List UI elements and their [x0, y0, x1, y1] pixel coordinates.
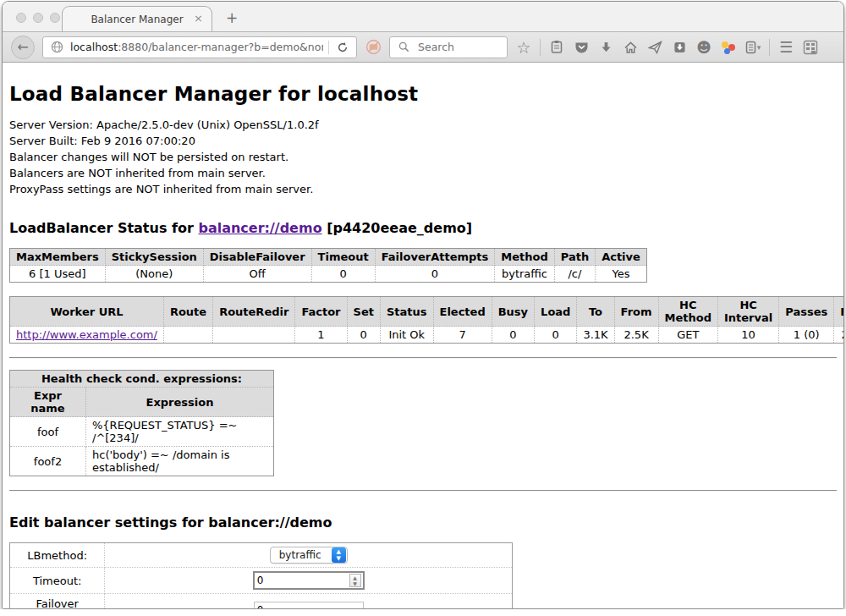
column-header: RouteRedir — [213, 297, 295, 327]
table-title-row: Health check cond. expressions: — [10, 371, 274, 388]
notes-extension-icon[interactable]: ▾ — [744, 38, 761, 57]
failover-attempts-input[interactable] — [254, 602, 364, 609]
column-header: DisableFailover — [203, 249, 311, 266]
tab-strip: Balancer Manager × + — [3, 2, 843, 32]
cell-set: 0 — [347, 327, 380, 344]
cell-passes: 1 (0) — [779, 327, 834, 344]
cell-stickysession: (None) — [105, 266, 203, 283]
form-row-failover-attempts: Failover Attempts: — [10, 594, 513, 610]
column-header: Status — [380, 297, 433, 327]
cell-hc-method: GET — [658, 327, 717, 344]
loadbalancer-status-heading: LoadBalancer Status for balancer://demo … — [9, 220, 837, 236]
search-bar[interactable] — [389, 36, 508, 58]
column-header: From — [614, 297, 658, 327]
column-header: HC Method — [658, 297, 717, 327]
clipboard-icon[interactable] — [548, 38, 565, 57]
bookmark-star-icon[interactable]: ☆ — [515, 38, 532, 57]
cell-route — [163, 327, 212, 344]
toolbar-divider — [540, 39, 541, 56]
url-text[interactable]: localhost:8880/balancer-manager?b=demo&n… — [70, 41, 323, 53]
balancer-settings-form: LBmethod: bytraffic ▲▼ Timeout: ▲▼ — [9, 542, 513, 609]
url-domain: localhost — [70, 41, 118, 53]
column-header: Active — [596, 249, 647, 266]
column-header: Method — [495, 249, 554, 266]
column-header: HC Interval — [717, 297, 778, 327]
page-content: Load Balancer Manager for localhost Serv… — [3, 63, 843, 609]
menu-hamburger-icon[interactable]: ☰ — [777, 38, 794, 57]
lbmethod-field: bytraffic ▲▼ — [105, 543, 513, 568]
worker-url-link[interactable]: http://www.example.com/ — [16, 328, 157, 341]
edit-balancer-heading: Edit balancer settings for balancer://de… — [9, 514, 837, 531]
home-icon[interactable] — [622, 38, 639, 57]
zoom-window-button[interactable] — [50, 13, 60, 23]
column-header: Expression — [86, 388, 274, 417]
table-header-row: Expr name Expression — [10, 388, 274, 417]
column-header: MaxMembers — [10, 249, 106, 266]
column-header: Elected — [433, 297, 492, 327]
close-window-button[interactable] — [16, 13, 26, 23]
feedback-smiley-icon[interactable]: ☻ — [695, 38, 712, 57]
search-input[interactable] — [416, 40, 501, 54]
url-divider — [328, 41, 329, 54]
health-table-title: Health check cond. expressions: — [10, 371, 274, 388]
cell-path: /c/ — [554, 266, 595, 283]
colored-dots-extension-icon[interactable] — [720, 38, 737, 57]
horizontal-rule — [9, 490, 837, 492]
tab-balancer-manager[interactable]: Balancer Manager × — [62, 6, 212, 31]
column-header: StickySession — [105, 249, 203, 266]
cell-timeout: 0 — [311, 266, 375, 283]
cell-hc-interval: 10 — [717, 327, 778, 344]
number-stepper-icon[interactable]: ▲▼ — [349, 574, 361, 587]
send-plane-icon[interactable] — [646, 38, 663, 57]
tile-grid-icon[interactable] — [802, 38, 819, 57]
cell-active: Yes — [596, 266, 647, 283]
tab-close-icon[interactable]: × — [194, 12, 203, 25]
reload-icon[interactable] — [334, 38, 351, 57]
cell-failoverattempts: 0 — [375, 266, 495, 283]
server-version-line: Server Version: Apache/2.5.0-dev (Unix) … — [9, 117, 837, 133]
pocket-icon[interactable] — [573, 38, 590, 57]
status-heading-prefix: LoadBalancer Status for — [9, 220, 198, 236]
lbmethod-selected-value: bytraffic — [279, 549, 332, 561]
url-bar[interactable]: localhost:8880/balancer-manager?b=demo&n… — [42, 36, 357, 58]
url-path: :8880/balancer-manager?b=demo&nonce=decc… — [118, 41, 323, 53]
column-header: Timeout — [311, 249, 375, 266]
timeout-field: ▲▼ — [105, 568, 513, 594]
horizontal-rule — [9, 357, 837, 359]
table-header-row: Worker URL Route RouteRedir Factor Set S… — [10, 297, 844, 327]
health-row: foof2 hc('body') =~ /domain is establish… — [10, 447, 274, 476]
cell-worker-url: http://www.example.com/ — [10, 327, 164, 344]
column-header: Passes — [779, 297, 834, 327]
cell-load: 0 — [535, 327, 577, 344]
column-header: Route — [163, 297, 212, 327]
balancer-demo-link[interactable]: balancer://demo — [198, 220, 321, 236]
cell-expression: %{REQUEST_STATUS} =~ /^[234]/ — [86, 417, 274, 447]
status-heading-suffix: [p4420eeae_demo] — [322, 220, 473, 236]
navigation-toolbar: ← localhost:8880/balancer-manager?b=demo… — [3, 32, 843, 63]
timeout-input-wrap: ▲▼ — [253, 571, 365, 590]
table-header-row: MaxMembers StickySession DisableFailover… — [10, 249, 647, 266]
cell-to: 3.1K — [577, 327, 614, 344]
lbmethod-select[interactable]: bytraffic ▲▼ — [270, 547, 348, 564]
block-icon[interactable] — [365, 38, 382, 57]
download-icon[interactable] — [597, 38, 614, 57]
worker-row: http://www.example.com/ 1 0 Init Ok 7 0 … — [10, 327, 844, 344]
back-button[interactable]: ← — [11, 36, 35, 59]
timeout-input[interactable] — [255, 575, 349, 586]
cell-expr-name: foof2 — [10, 447, 86, 476]
minimize-window-button[interactable] — [33, 13, 43, 23]
cell-from: 2.5K — [614, 327, 658, 344]
column-header: Path — [554, 249, 595, 266]
cell-method: bytraffic — [495, 266, 554, 283]
lbmethod-label: LBmethod: — [10, 543, 105, 568]
proxypass-warning-line: ProxyPass settings are NOT inherited fro… — [9, 181, 837, 197]
column-header: Factor — [295, 297, 347, 327]
column-header: To — [577, 297, 614, 327]
cell-status: Init Ok — [380, 327, 433, 344]
dropdown-caret-icon: ▾ — [757, 43, 761, 52]
globe-icon — [48, 38, 65, 57]
cell-maxmembers: 6 [1 Used] — [10, 266, 106, 283]
form-row-timeout: Timeout: ▲▼ — [10, 568, 513, 594]
new-tab-button[interactable]: + — [226, 9, 238, 26]
save-page-icon[interactable] — [671, 38, 688, 57]
